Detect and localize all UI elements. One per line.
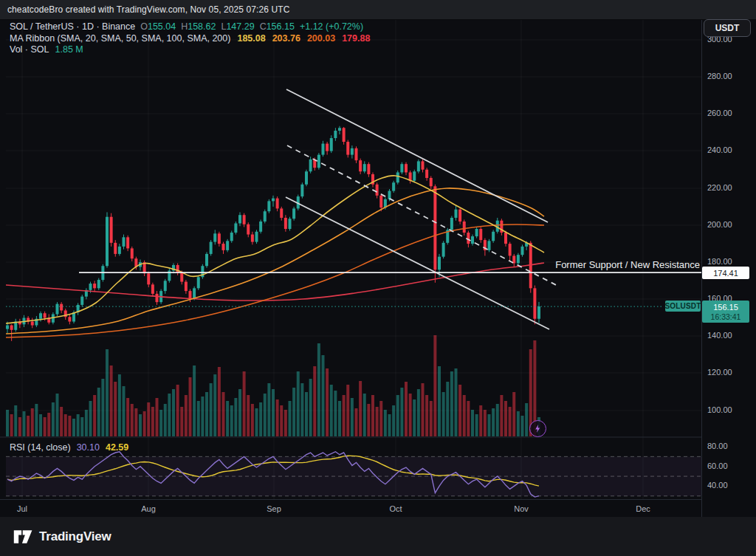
bar-countdown: 16:33:41 — [711, 312, 741, 321]
tradingview-logo-icon[interactable] — [13, 529, 33, 545]
high-value: 158.62 — [188, 21, 216, 32]
boost-lightning-icon[interactable] — [529, 420, 546, 437]
price-axis-tick: 200.00 — [707, 220, 732, 229]
rsi-title: RSI (14, close) — [10, 442, 71, 453]
symbol-title: SOL / TetherUS · 1D · Binance — [10, 21, 135, 32]
volume-legend-row[interactable]: Vol · SOL1.85 M — [10, 44, 370, 56]
last-price-value: 156.15 — [713, 302, 738, 312]
price-axis-tick: 260.00 — [707, 109, 732, 117]
price-axis-tick: 100.00 — [707, 405, 732, 414]
high-label: H — [181, 21, 188, 32]
open-label: O — [140, 21, 148, 32]
volume-title: Vol · SOL — [10, 44, 49, 55]
close-value: 156.15 — [267, 21, 295, 32]
ma-ribbon-title: MA Ribbon (SMA, 20, SMA, 50, SMA, 100, S… — [10, 33, 230, 44]
price-axis-tick: 60.00 — [707, 461, 728, 470]
price-axis-tick: 220.00 — [707, 183, 732, 192]
price-axis-tick: 240.00 — [707, 145, 732, 154]
time-axis-tick: Nov — [509, 504, 534, 513]
close-label: C — [260, 21, 267, 32]
time-axis-tick: Sep — [261, 504, 286, 513]
volume-value: 1.85 M — [55, 44, 83, 55]
time-axis-tick: Dec — [630, 504, 656, 513]
rsi-ma-value: 42.59 — [106, 442, 128, 453]
open-value: 155.04 — [148, 21, 176, 32]
price-axis-tick: 280.00 — [707, 72, 732, 80]
rsi-legend-row[interactable]: RSI (14, close)30.1042.59 — [10, 442, 128, 453]
footer-bar: TradingView — [0, 517, 756, 556]
price-axis-tick: 120.00 — [707, 368, 732, 377]
sma100-value: 200.03 — [307, 33, 335, 44]
resistance-annotation-text[interactable]: Former Support / New Resistance — [555, 259, 700, 270]
symbol-legend-row[interactable]: SOL / TetherUS · 1D · BinanceO155.04H158… — [10, 21, 370, 33]
time-axis-tick: Aug — [136, 504, 161, 513]
sma50-value: 203.76 — [272, 33, 300, 44]
sma20-value: 185.08 — [237, 33, 265, 44]
currency-toggle-button[interactable]: USDT — [704, 19, 751, 37]
change-value: +1.12 (+0.72%) — [300, 21, 363, 32]
ma-ribbon-legend-row[interactable]: MA Ribbon (SMA, 20, SMA, 50, SMA, 100, S… — [10, 33, 370, 45]
tradingview-logo-text[interactable]: TradingView — [39, 529, 111, 544]
price-axis-tick: 180.00 — [707, 257, 732, 266]
lightning-bolt-glyph — [533, 424, 543, 433]
chart-canvas[interactable] — [0, 0, 756, 556]
last-price-badge: 156.15 16:33:41 — [702, 301, 749, 323]
resistance-price-badge: 174.41 — [702, 267, 749, 279]
low-value: 147.29 — [226, 21, 254, 32]
symbol-flag-label: SOLUSDT — [665, 301, 701, 312]
tradingview-chart-screenshot: cheatcodeBro created with TradingView.co… — [0, 0, 756, 556]
price-axis-tick: 140.00 — [707, 331, 732, 340]
price-axis-tick: 40.00 — [707, 481, 728, 490]
legend-block: SOL / TetherUS · 1D · BinanceO155.04H158… — [10, 21, 370, 56]
time-axis[interactable]: JulAugSepOctNovDec — [0, 499, 701, 518]
tradingview-logo-glyph — [13, 529, 33, 545]
price-axis-tick: 80.00 — [707, 442, 728, 450]
time-axis-tick: Jul — [10, 504, 35, 513]
sma200-value: 179.88 — [342, 33, 370, 44]
time-axis-tick: Oct — [383, 504, 408, 513]
rsi-value: 30.10 — [77, 442, 100, 453]
